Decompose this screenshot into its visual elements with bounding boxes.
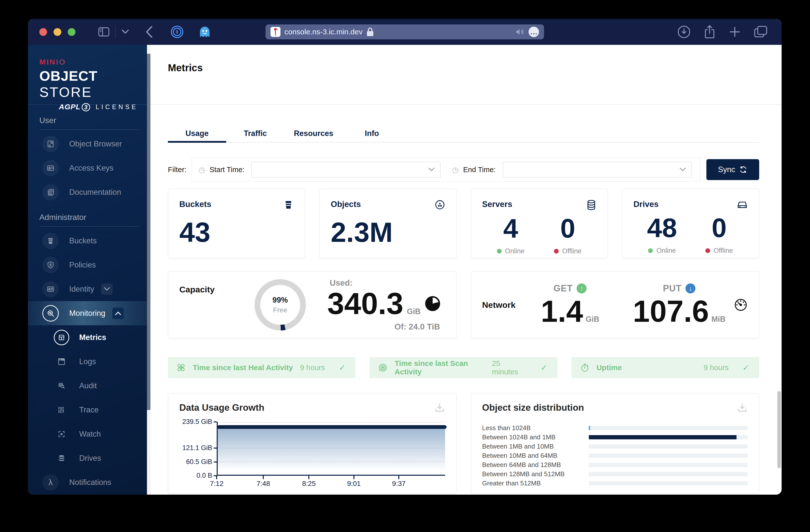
window-controls <box>39 28 76 36</box>
x-tick-label: 8:25 <box>302 480 316 488</box>
sidebar-item-buckets[interactable]: Buckets <box>28 229 150 253</box>
page-title: Metrics <box>168 62 782 74</box>
object-size-distribution-title: Object size distribution <box>482 402 584 413</box>
online-label: Online <box>656 247 676 255</box>
start-time-select[interactable] <box>251 162 441 178</box>
brand-store: STORE <box>39 84 92 100</box>
distribution-bar-track <box>589 481 748 485</box>
end-time-select[interactable] <box>503 162 692 178</box>
onepassword-extension-icon[interactable] <box>171 26 183 38</box>
distribution-row: Between 1024B and 1MB <box>482 433 748 442</box>
more-options-icon[interactable]: … <box>529 27 539 37</box>
license-label: LICENSE <box>96 103 138 111</box>
capacity-donut: 99% Free <box>255 279 306 331</box>
distribution-bar-fill <box>589 435 737 439</box>
gridline <box>218 422 445 423</box>
tab-traffic[interactable]: Traffic <box>226 125 285 142</box>
x-tick-label: 9:01 <box>347 480 361 488</box>
identity-expand-chevron-icon[interactable] <box>101 284 113 295</box>
bucket-icon <box>42 232 59 249</box>
sidebar-item-drives[interactable]: Drives <box>28 446 150 470</box>
pie-chart-icon <box>425 296 440 311</box>
tab-usage[interactable]: Usage <box>168 125 226 142</box>
y-tick-label: 0.0 B <box>180 472 212 480</box>
sidebar-item-metrics[interactable]: Metrics <box>28 325 150 350</box>
sidebar-toggle-icon[interactable] <box>98 27 109 37</box>
offline-label: Offline <box>562 247 582 255</box>
tabs-overview-icon[interactable] <box>754 26 767 38</box>
distribution-row: Between 1MB and 10MB <box>482 442 748 451</box>
policies-icon <box>42 257 59 273</box>
sidebar-item-object-browser[interactable]: Object Browser <box>28 132 150 156</box>
x-tick-mark <box>308 476 309 479</box>
distribution-row: Between 128MB and 512MB <box>482 469 748 479</box>
main-content: Metrics Usage Traffic Resources Info Fil… <box>150 45 782 495</box>
logs-icon <box>54 354 69 369</box>
minio-logo: MINIO OBJECT STORE AGPL3 LICENSE <box>28 45 150 105</box>
x-tick-label: 7:48 <box>257 480 270 488</box>
zoom-window-button[interactable] <box>68 28 76 36</box>
main-scrollbar-thumb[interactable] <box>777 391 781 468</box>
sidebar-item-identity[interactable]: Identity <box>28 277 150 301</box>
servers-icon <box>586 199 596 210</box>
sync-icon <box>739 165 747 174</box>
distribution-category-label: Between 10MB and 64MB <box>482 452 589 460</box>
sync-button[interactable]: Sync <box>707 159 759 180</box>
object-browser-icon <box>42 136 59 152</box>
arrow-up-circle-icon: ↑ <box>577 284 587 293</box>
distribution-category-label: Between 1MB and 10MB <box>482 442 589 450</box>
distribution-bar-track <box>589 444 748 449</box>
servers-card: Servers 4 Online <box>471 189 608 258</box>
tab-info[interactable]: Info <box>343 125 401 142</box>
sidebar-item-label: Watch <box>79 430 101 439</box>
x-tick-mark <box>354 476 354 479</box>
url-text: console.ns-3.ic.min.dev <box>285 28 362 36</box>
clock-icon: ◷ <box>452 165 458 174</box>
usage-chart-y-axis: 239.5 GiB121.1 GiB60.5 GiB0.0 B <box>179 422 217 476</box>
sidebar-item-watch[interactable]: Watch <box>28 422 150 446</box>
check-icon: ✓ <box>541 363 548 372</box>
buckets-card-title: Buckets <box>179 199 211 209</box>
ghostery-extension-icon[interactable] <box>199 26 210 38</box>
capacity-free-percent: 99% <box>273 296 288 305</box>
buckets-card: Buckets 43 <box>168 189 305 258</box>
sidebar-item-access-keys[interactable]: Access Keys <box>28 156 150 180</box>
sidebar-scrollbar-thumb[interactable] <box>147 54 150 410</box>
drives-offline-count: 0 <box>712 214 727 241</box>
browser-toolbar: console.ns-3.ic.min.dev … <box>28 19 782 45</box>
y-tick-mark <box>214 421 217 422</box>
close-window-button[interactable] <box>39 28 47 36</box>
downloads-icon[interactable] <box>678 26 691 38</box>
distribution-category-label: Greater than 512MB <box>482 480 589 487</box>
sidebar-item-notifications[interactable]: λ Notifications <box>28 470 150 495</box>
share-icon[interactable] <box>704 25 715 38</box>
address-bar[interactable]: console.ns-3.ic.min.dev … <box>265 25 544 39</box>
sidebar-item-trace[interactable]: Trace <box>28 398 150 422</box>
sidebar-item-monitoring[interactable]: Monitoring <box>28 301 150 325</box>
access-keys-icon <box>42 160 59 176</box>
download-chart-icon[interactable] <box>434 402 445 414</box>
back-icon[interactable] <box>146 26 153 37</box>
x-tick-mark <box>398 476 399 479</box>
filter-row: Filter: ◷ Start Time: ◷ End Time: <box>168 158 759 181</box>
sidebar-scrollbar[interactable] <box>147 45 150 495</box>
sidebar-item-audit[interactable]: Audit <box>28 374 150 398</box>
uptime-label: Uptime <box>597 364 622 372</box>
new-tab-icon[interactable] <box>729 26 741 38</box>
sidebar-item-documentation[interactable]: Documentation <box>28 180 150 204</box>
sidebar-item-logs[interactable]: Logs <box>28 350 150 374</box>
distribution-bar-track <box>589 426 748 430</box>
minimize-window-button[interactable] <box>53 28 61 36</box>
stat-cards-row: Buckets 43 Objects <box>168 189 759 258</box>
sidebar: MINIO OBJECT STORE AGPL3 LICENSE User Ob… <box>28 45 150 495</box>
mute-icon[interactable] <box>515 28 524 36</box>
download-chart-icon[interactable] <box>737 402 748 414</box>
heal-icon <box>176 363 186 372</box>
chevron-down-icon[interactable] <box>122 30 129 34</box>
monitoring-collapse-chevron-icon[interactable] <box>112 308 124 319</box>
tab-resources[interactable]: Resources <box>285 125 343 142</box>
lock-icon <box>367 27 374 37</box>
sidebar-item-policies[interactable]: Policies <box>28 253 150 277</box>
sidebar-menu: User Object Browser Access Keys <box>28 105 150 495</box>
lambda-icon: λ <box>42 474 59 491</box>
